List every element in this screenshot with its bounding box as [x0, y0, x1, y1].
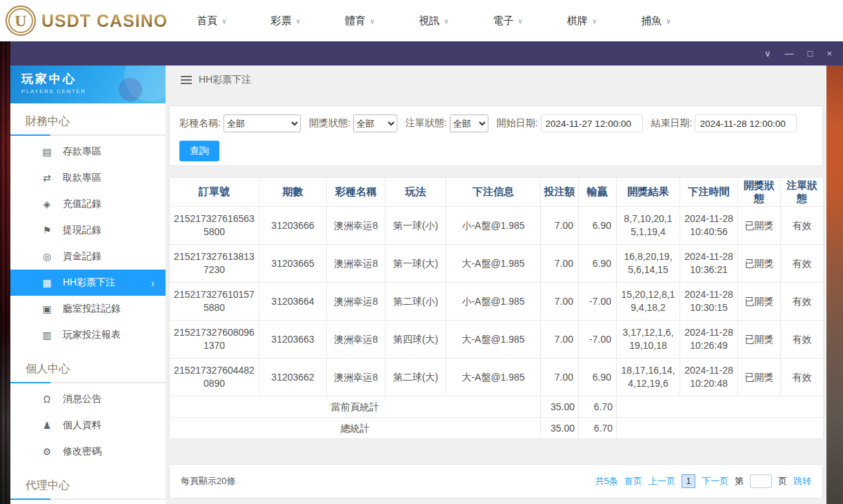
header-lottery-name: 彩種名稱: [327, 178, 386, 207]
withdrawal-record-icon: ⚑: [41, 225, 53, 236]
recharge-record-icon: ◈: [41, 199, 53, 210]
filter-row: 彩種名稱: 全部 開獎狀態: 全部 注單狀態: 全部 開始日期: 結束日期:: [179, 114, 813, 132]
cell-order-status: 有效: [781, 359, 824, 396]
nav-item-lottery[interactable]: 彩票 ∨: [271, 14, 301, 28]
total-count-text: 共5条: [595, 475, 618, 487]
header-bet-info: 下注信息: [446, 178, 541, 207]
cell-draw-result: 3,17,12,1,6,19,10,18: [617, 321, 680, 359]
sidebar-header: 玩家中心 PLAYERS CENTER: [10, 65, 166, 103]
gear-icon: ⚙: [41, 446, 53, 457]
order-status-select[interactable]: 全部: [450, 114, 488, 132]
order-status-label: 注單狀態:: [406, 117, 447, 130]
window-close-button[interactable]: ×: [826, 49, 832, 58]
table-row: 2152173276044820890 31203662 澳洲幸运8 第二球(大…: [170, 359, 824, 396]
cell-bet-amount: 7.00: [541, 245, 579, 283]
cell-draw-status: 已開獎: [738, 245, 781, 283]
sidebar-item-label: 玩家投注報表: [63, 329, 121, 341]
header-play: 玩法: [386, 178, 446, 207]
header-bet-amount: 投注額: [541, 178, 579, 207]
table-header-row: 訂單號 期數 彩種名稱 玩法 下注信息 投注額 輸贏 開獎結果 下注時間 開獎狀…: [170, 178, 824, 207]
current-page-button[interactable]: 1: [682, 474, 695, 488]
page-jump-input[interactable]: [750, 474, 772, 488]
sidebar-item-recharge-record[interactable]: ◈ 充值記錄: [10, 191, 166, 217]
start-date-label: 開始日期:: [497, 117, 538, 130]
sidebar-item-label: 提現記錄: [63, 224, 101, 236]
draw-status-select[interactable]: 全部: [353, 114, 397, 132]
sidebar-item-hh-lottery-bet[interactable]: ▦ HH彩票下注 ›: [10, 270, 166, 296]
cell-order-no: 2152173276138137230: [170, 245, 259, 283]
nav-item-home[interactable]: 首頁 ∨: [197, 14, 226, 28]
cell-order-no: 2152173276165635800: [170, 207, 259, 245]
cell-win-loss: 6.90: [579, 245, 617, 283]
sidebar-item-profile[interactable]: ♟ 個人資料: [10, 412, 166, 439]
sidebar-item-announcements[interactable]: Ω 消息公告: [10, 386, 166, 412]
end-date-input[interactable]: [695, 114, 797, 132]
chevron-down-icon: ∨: [444, 17, 448, 25]
window-minimize-button[interactable]: —: [785, 49, 794, 58]
cell-win-loss: 6.90: [579, 359, 617, 396]
menu-toggle-icon[interactable]: [181, 76, 192, 84]
window-maximize-button[interactable]: □: [808, 49, 813, 58]
chevron-down-icon: ∨: [296, 17, 301, 25]
sidebar-item-player-bet-report[interactable]: ▥ 玩家投注報表: [10, 322, 166, 348]
funds-record-icon: ◎: [41, 251, 53, 262]
draw-status-label: 開獎狀態:: [309, 117, 350, 130]
chevron-down-icon: ∨: [370, 17, 375, 25]
cell-order-status: 有效: [781, 283, 824, 321]
sidebar-subtitle: PLAYERS CENTER: [21, 88, 166, 94]
sidebar-item-label: 存款專區: [63, 145, 101, 158]
sidebar-item-room-bet-record[interactable]: ▣ 廳室投註記錄: [10, 296, 166, 322]
top-header: U USDT CASINO 首頁 ∨ 彩票 ∨ 體育 ∨ 視訊 ∨ 電子 ∨: [0, 0, 843, 41]
nav-label: 視訊: [419, 14, 439, 28]
start-date-input[interactable]: [541, 114, 643, 132]
summary-win-loss: 6.70: [579, 396, 617, 418]
cell-order-no: 2152173276101575880: [170, 283, 259, 321]
cell-play: 第四球(大): [386, 321, 446, 359]
room-bet-record-icon: ▣: [41, 303, 53, 314]
cell-lottery-name: 澳洲幸运8: [327, 245, 386, 283]
nav-item-electronic[interactable]: 電子 ∨: [493, 14, 523, 28]
nav-item-chess[interactable]: 棋牌 ∨: [567, 14, 597, 28]
first-page-link[interactable]: 首页: [624, 475, 642, 487]
filter-panel: 彩種名稱: 全部 開獎狀態: 全部 注單狀態: 全部 開始日期: 結束日期: 查…: [169, 105, 823, 166]
cell-order-status: 有效: [781, 245, 824, 283]
cell-bet-time: 2024-11-28 10:30:15: [680, 283, 738, 321]
cell-draw-status: 已開獎: [738, 207, 781, 245]
header-bet-time: 下注時間: [680, 178, 738, 207]
window-collapse-button[interactable]: ∨: [764, 49, 771, 58]
background-image-left: [0, 41, 10, 504]
cell-bet-time: 2024-11-28 10:40:56: [680, 207, 738, 245]
sidebar-item-funds-record[interactable]: ◎ 資金記錄: [10, 243, 166, 270]
cell-draw-result: 15,20,12,8,19,4,18,2: [617, 283, 680, 321]
end-date-label: 結束日期:: [651, 117, 693, 130]
nav-item-sports[interactable]: 體育 ∨: [345, 14, 375, 28]
sidebar-item-label: HH彩票下注: [63, 276, 115, 289]
total-summary-row: 總統計 35.00 6.70: [170, 418, 824, 439]
sidebar-item-deposit[interactable]: ▤ 存款專區: [10, 139, 166, 165]
summary-label: 總統計: [170, 418, 541, 439]
summary-bet-amount: 35.00: [541, 396, 579, 418]
chevron-down-icon: ∨: [518, 17, 523, 25]
cell-bet-info: 大-A盤@1.985: [446, 359, 541, 396]
sidebar-item-label: 消息公告: [63, 393, 101, 405]
lottery-name-select[interactable]: 全部: [224, 114, 301, 132]
brand-logo[interactable]: U USDT CASINO: [6, 6, 168, 36]
sidebar-item-label: 充值記錄: [63, 198, 101, 210]
table-row: 2152173276165635800 31203666 澳洲幸运8 第一球(小…: [170, 207, 824, 245]
nav-item-fishing[interactable]: 捕魚 ∨: [641, 14, 671, 28]
sidebar-item-change-password[interactable]: ⚙ 修改密碼: [10, 439, 166, 465]
jump-button[interactable]: 跳转: [793, 475, 811, 487]
nav-item-video[interactable]: 視訊 ∨: [419, 14, 448, 28]
sidebar-item-withdraw[interactable]: ⇄ 取款專區: [10, 165, 166, 191]
cell-draw-status: 已開獎: [738, 321, 781, 359]
sidebar-item-withdrawal-record[interactable]: ⚑ 提現記錄: [10, 217, 166, 243]
cell-play: 第二球(大): [386, 359, 446, 396]
next-page-link[interactable]: 下一页: [702, 475, 728, 487]
nav-label: 捕魚: [641, 14, 662, 28]
cell-bet-info: 小-A盤@1.985: [446, 207, 541, 245]
prev-page-link[interactable]: 上一页: [648, 475, 675, 487]
query-button[interactable]: 查詢: [179, 141, 219, 161]
section-title-personal: 個人中心: [10, 361, 166, 377]
cell-bet-info: 大-A盤@1.985: [446, 321, 541, 359]
bet-table-panel: 訂單號 期數 彩種名稱 玩法 下注信息 投注額 輸贏 開獎結果 下注時間 開獎狀…: [169, 177, 823, 439]
